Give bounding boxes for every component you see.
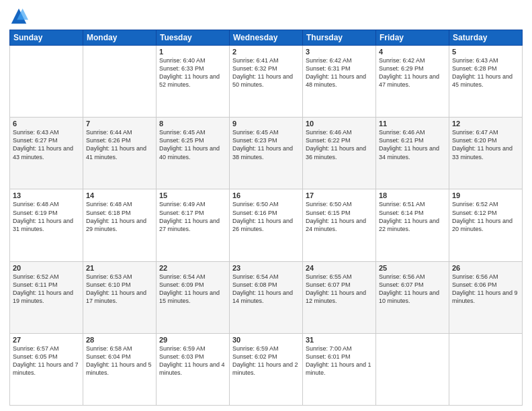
cell-info: Sunset: 6:07 PM (306, 281, 373, 289)
calendar-cell: 20Sunrise: 6:52 AMSunset: 6:11 PMDayligh… (10, 261, 83, 333)
cell-info: Sunset: 6:11 PM (13, 281, 80, 289)
cell-info: Daylight: 11 hours and 31 minutes. (13, 217, 80, 233)
day-number: 5 (452, 48, 519, 56)
calendar-cell: 14Sunrise: 6:48 AMSunset: 6:18 PMDayligh… (83, 189, 157, 261)
calendar-cell: 4Sunrise: 6:42 AMSunset: 6:29 PMDaylight… (376, 46, 449, 118)
cell-info: Sunrise: 6:59 AM (159, 345, 226, 353)
cell-info: Sunrise: 6:45 AM (159, 128, 226, 136)
calendar-cell: 10Sunrise: 6:46 AMSunset: 6:22 PMDayligh… (303, 118, 376, 189)
calendar-cell: 24Sunrise: 6:55 AMSunset: 6:07 PMDayligh… (303, 261, 376, 333)
cell-info: Sunrise: 6:43 AM (13, 128, 80, 136)
cell-info: Sunset: 6:32 PM (232, 64, 300, 73)
cell-info: Sunrise: 6:52 AM (13, 273, 80, 281)
cell-info: Sunset: 6:26 PM (86, 136, 153, 144)
cell-info: Sunrise: 6:42 AM (379, 56, 446, 64)
cell-info: Sunset: 6:08 PM (232, 281, 300, 289)
calendar-cell: 21Sunrise: 6:53 AMSunset: 6:10 PMDayligh… (83, 261, 157, 333)
day-header-sunday: Sunday (10, 30, 83, 46)
calendar-cell: 31Sunrise: 7:00 AMSunset: 6:01 PMDayligh… (303, 333, 376, 405)
day-number: 29 (159, 336, 226, 344)
calendar-cell: 5Sunrise: 6:43 AMSunset: 6:28 PMDaylight… (449, 46, 523, 118)
cell-info: Daylight: 11 hours and 10 minutes. (379, 289, 446, 305)
cell-info: Sunset: 6:10 PM (86, 281, 153, 289)
calendar-cell (10, 46, 83, 118)
calendar-cell: 9Sunrise: 6:45 AMSunset: 6:23 PMDaylight… (230, 118, 303, 189)
cell-info: Sunset: 6:06 PM (452, 281, 519, 289)
cell-info: Sunset: 6:01 PM (306, 353, 373, 361)
cell-info: Sunrise: 6:40 AM (159, 56, 226, 64)
cell-info: Daylight: 11 hours and 15 minutes. (159, 289, 226, 305)
cell-info: Sunrise: 6:48 AM (86, 200, 153, 208)
day-number: 7 (86, 120, 153, 128)
day-number: 21 (86, 264, 153, 272)
day-number: 24 (306, 264, 373, 272)
logo (9, 7, 31, 26)
cell-info: Sunset: 6:31 PM (306, 64, 373, 73)
calendar-table: SundayMondayTuesdayWednesdayThursdayFrid… (9, 30, 523, 406)
cell-info: Sunrise: 6:41 AM (232, 56, 300, 64)
cell-info: Sunrise: 6:59 AM (232, 345, 300, 353)
day-number: 25 (379, 264, 446, 272)
cell-info: Sunset: 6:05 PM (13, 353, 80, 361)
day-number: 27 (13, 336, 80, 344)
cell-info: Daylight: 11 hours and 45 minutes. (452, 73, 519, 89)
day-number: 2 (232, 48, 300, 56)
cell-info: Daylight: 11 hours and 41 minutes. (86, 144, 153, 161)
day-number: 23 (232, 264, 300, 272)
calendar-week-1: 1Sunrise: 6:40 AMSunset: 6:33 PMDaylight… (10, 46, 523, 118)
cell-info: Sunset: 6:18 PM (86, 209, 153, 217)
cell-info: Sunrise: 6:49 AM (159, 200, 226, 208)
calendar-cell: 1Sunrise: 6:40 AMSunset: 6:33 PMDaylight… (157, 46, 230, 118)
cell-info: Daylight: 11 hours and 29 minutes. (86, 217, 153, 233)
day-number: 17 (306, 191, 373, 199)
cell-info: Sunrise: 6:46 AM (306, 128, 373, 136)
logo-icon (9, 7, 28, 26)
cell-info: Sunset: 6:22 PM (306, 136, 373, 144)
day-number: 31 (306, 336, 373, 344)
calendar-cell (83, 46, 157, 118)
cell-info: Sunset: 6:19 PM (13, 209, 80, 217)
cell-info: Daylight: 11 hours and 2 minutes. (232, 361, 300, 377)
cell-info: Sunrise: 6:55 AM (306, 273, 373, 281)
day-number: 9 (232, 120, 300, 128)
cell-info: Sunrise: 6:54 AM (159, 273, 226, 281)
cell-info: Sunrise: 6:43 AM (452, 56, 519, 64)
cell-info: Sunset: 6:15 PM (306, 209, 373, 217)
cell-info: Sunset: 6:17 PM (159, 209, 226, 217)
cell-info: Sunrise: 6:56 AM (379, 273, 446, 281)
cell-info: Daylight: 11 hours and 12 minutes. (306, 289, 373, 305)
cell-info: Sunset: 6:29 PM (379, 64, 446, 73)
cell-info: Sunset: 6:21 PM (379, 136, 446, 144)
calendar-cell: 27Sunrise: 6:57 AMSunset: 6:05 PMDayligh… (10, 333, 83, 405)
cell-info: Daylight: 11 hours and 4 minutes. (159, 361, 226, 377)
cell-info: Daylight: 11 hours and 17 minutes. (86, 289, 153, 305)
cell-info: Sunrise: 6:52 AM (452, 200, 519, 208)
cell-info: Daylight: 11 hours and 33 minutes. (452, 144, 519, 161)
calendar-cell: 26Sunrise: 6:56 AMSunset: 6:06 PMDayligh… (449, 261, 523, 333)
cell-info: Sunset: 6:04 PM (86, 353, 153, 361)
calendar-cell: 17Sunrise: 6:50 AMSunset: 6:15 PMDayligh… (303, 189, 376, 261)
cell-info: Daylight: 11 hours and 34 minutes. (379, 144, 446, 161)
calendar-cell: 15Sunrise: 6:49 AMSunset: 6:17 PMDayligh… (157, 189, 230, 261)
calendar-cell: 22Sunrise: 6:54 AMSunset: 6:09 PMDayligh… (157, 261, 230, 333)
cell-info: Daylight: 11 hours and 20 minutes. (452, 217, 519, 233)
cell-info: Daylight: 11 hours and 7 minutes. (13, 361, 80, 377)
cell-info: Daylight: 11 hours and 48 minutes. (306, 73, 373, 89)
day-number: 18 (379, 191, 446, 199)
day-number: 10 (306, 120, 373, 128)
day-number: 28 (86, 336, 153, 344)
day-header-tuesday: Tuesday (157, 30, 230, 46)
day-number: 14 (86, 191, 153, 199)
cell-info: Daylight: 11 hours and 36 minutes. (306, 144, 373, 161)
calendar-cell: 11Sunrise: 6:46 AMSunset: 6:21 PMDayligh… (376, 118, 449, 189)
day-number: 16 (232, 191, 300, 199)
cell-info: Daylight: 11 hours and 22 minutes. (379, 217, 446, 233)
cell-info: Sunrise: 6:56 AM (452, 273, 519, 281)
cell-info: Sunrise: 6:57 AM (13, 345, 80, 353)
day-number: 1 (159, 48, 226, 56)
day-number: 13 (13, 191, 80, 199)
cell-info: Daylight: 11 hours and 50 minutes. (232, 73, 300, 89)
cell-info: Sunrise: 6:46 AM (379, 128, 446, 136)
calendar-week-2: 6Sunrise: 6:43 AMSunset: 6:27 PMDaylight… (10, 118, 523, 189)
calendar-cell: 12Sunrise: 6:47 AMSunset: 6:20 PMDayligh… (449, 118, 523, 189)
